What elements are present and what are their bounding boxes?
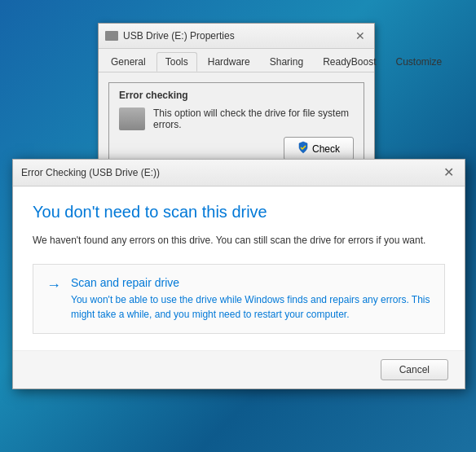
error-dialog-body: You don't need to scan this drive We hav… — [13, 187, 465, 350]
desktop: USB Drive (E:) Properties ✕ General Tool… — [0, 0, 476, 452]
check-button-label: Check — [312, 143, 340, 155]
scan-repair-content: Scan and repair drive You won't be able … — [71, 276, 431, 322]
shield-check-icon — [298, 141, 309, 156]
error-dialog-footer: Cancel — [13, 350, 465, 388]
check-button-area: Check — [119, 137, 354, 160]
properties-close-button[interactable]: ✕ — [353, 29, 368, 43]
tab-bar: General Tools Hardware Sharing ReadyBoos… — [99, 49, 374, 72]
error-dialog-message: We haven't found any errors on this driv… — [33, 233, 445, 248]
scan-repair-description: You won't be able to use the drive while… — [71, 292, 431, 322]
tab-general[interactable]: General — [102, 52, 155, 72]
tab-tools[interactable]: Tools — [156, 52, 197, 72]
properties-titlebar: USB Drive (E:) Properties ✕ — [99, 24, 374, 49]
tab-sharing[interactable]: Sharing — [261, 52, 312, 72]
error-checking-group: Error checking This option will check th… — [108, 82, 364, 168]
error-dialog-heading: You don't need to scan this drive — [33, 203, 445, 222]
tab-customize[interactable]: Customize — [387, 52, 452, 72]
error-checking-dialog: Error Checking (USB Drive (E:)) ✕ You do… — [12, 159, 465, 389]
error-dialog-title: Error Checking (USB Drive (E:)) — [21, 167, 160, 178]
error-dialog-cancel-button[interactable]: Cancel — [381, 359, 448, 380]
hdd-icon — [119, 108, 145, 130]
properties-title-area: USB Drive (E:) Properties — [105, 30, 235, 42]
properties-title-text: USB Drive (E:) Properties — [123, 30, 235, 42]
error-dialog-titlebar: Error Checking (USB Drive (E:)) ✕ — [13, 160, 465, 187]
arrow-right-icon: → — [46, 277, 61, 294]
error-checking-content: This option will check the drive for fil… — [119, 108, 354, 130]
tab-readyboost[interactable]: ReadyBoost — [314, 52, 385, 72]
error-checking-description: This option will check the drive for fil… — [153, 108, 354, 130]
error-checking-label: Error checking — [119, 90, 354, 101]
scan-repair-title: Scan and repair drive — [71, 276, 431, 289]
error-dialog-close-button[interactable]: ✕ — [440, 165, 456, 181]
check-button[interactable]: Check — [284, 137, 354, 160]
usb-drive-icon — [105, 31, 118, 41]
scan-repair-option[interactable]: → Scan and repair drive You won't be abl… — [33, 264, 445, 334]
tab-hardware[interactable]: Hardware — [199, 52, 259, 72]
